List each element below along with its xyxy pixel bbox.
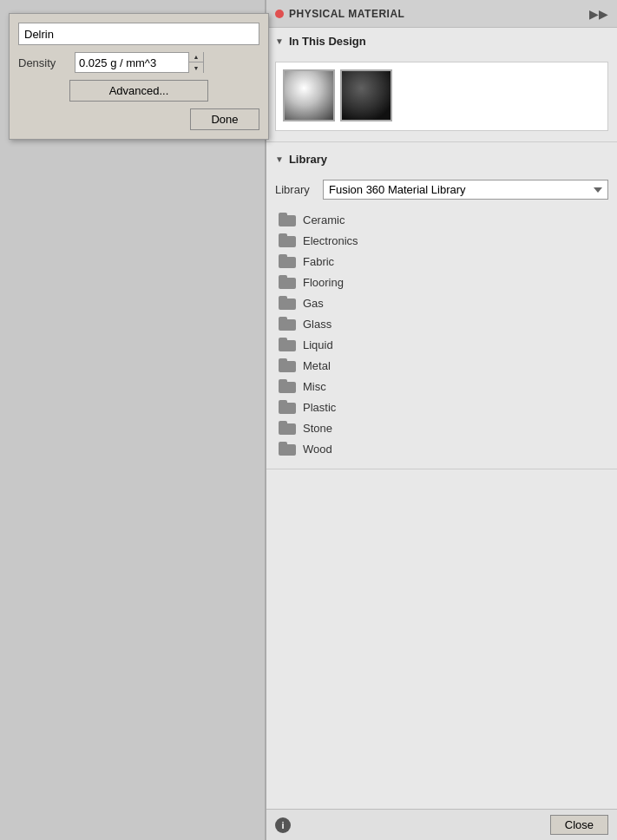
folder-plastic-label: Plastic <box>303 401 336 414</box>
panel-header-left: PHYSICAL MATERIAL <box>275 8 404 20</box>
density-spinners: ▲ ▼ <box>188 52 203 73</box>
folder-stone-icon <box>279 421 296 435</box>
in-this-design-section: ▼ In This Design <box>266 28 617 142</box>
folder-glass-label: Glass <box>303 318 331 331</box>
thumb-dark-visual <box>342 71 391 120</box>
library-section: ▼ Library Library Fusion 360 Material Li… <box>266 146 617 469</box>
library-select[interactable]: Fusion 360 Material Library <box>323 180 608 200</box>
material-thumbnail-2[interactable] <box>340 69 392 121</box>
folder-electronics-label: Electronics <box>303 234 358 247</box>
folder-liquid[interactable]: Liquid <box>275 335 608 354</box>
in-this-design-collapse-icon: ▼ <box>275 36 284 46</box>
thumb-silver-visual <box>285 71 333 120</box>
close-button[interactable]: Close <box>550 815 608 835</box>
folder-wood-icon <box>279 442 296 456</box>
panel-title: PHYSICAL MATERIAL <box>289 8 404 20</box>
in-design-content <box>266 55 617 141</box>
folder-misc-icon <box>279 379 296 393</box>
folder-flooring-icon <box>279 275 296 289</box>
library-collapse-icon: ▼ <box>275 154 284 164</box>
header-dot-icon <box>275 10 284 18</box>
folder-plastic-icon <box>279 400 296 414</box>
material-thumbnail-1[interactable] <box>283 69 335 121</box>
folder-gas-icon <box>279 296 296 310</box>
library-content: Library Fusion 360 Material Library Cera… <box>266 173 617 469</box>
folder-wood-label: Wood <box>303 443 332 456</box>
folder-electronics-icon <box>279 233 296 247</box>
in-this-design-header[interactable]: ▼ In This Design <box>266 28 617 55</box>
folder-flooring[interactable]: Flooring <box>275 272 608 292</box>
folder-flooring-label: Flooring <box>303 276 344 289</box>
folder-misc[interactable]: Misc <box>275 377 608 396</box>
forward-arrows-icon[interactable]: ▶▶ <box>589 7 608 21</box>
material-name-input[interactable] <box>18 23 259 45</box>
folder-plastic[interactable]: Plastic <box>275 397 608 417</box>
folder-gas[interactable]: Gas <box>275 293 608 312</box>
folder-stone-label: Stone <box>303 422 332 435</box>
density-decrement-button[interactable]: ▼ <box>189 62 203 73</box>
folder-stone[interactable]: Stone <box>275 418 608 437</box>
folder-glass-icon <box>279 317 296 331</box>
main-container: Density ▲ ▼ Advanced... Done PHYSICAL MA… <box>0 0 617 840</box>
folder-fabric-label: Fabric <box>303 255 334 268</box>
density-row: Density ▲ ▼ <box>18 52 259 73</box>
folder-electronics[interactable]: Electronics <box>275 231 608 250</box>
density-label: Density <box>18 56 66 69</box>
folder-fabric[interactable]: Fabric <box>275 252 608 271</box>
density-input-wrapper: ▲ ▼ <box>75 52 204 73</box>
advanced-button[interactable]: Advanced... <box>69 80 208 102</box>
library-section-title: Library <box>289 153 327 166</box>
folder-ceramic-icon <box>279 213 296 226</box>
folder-glass[interactable]: Glass <box>275 314 608 333</box>
folder-list: Ceramic Electronics Fabric Flooring <box>275 210 608 458</box>
folder-wood[interactable]: Wood <box>275 439 608 458</box>
library-row: Library Fusion 360 Material Library <box>275 180 608 200</box>
physical-material-panel: PHYSICAL MATERIAL ▶▶ ▼ In This Design <box>265 0 617 840</box>
folder-liquid-label: Liquid <box>303 338 333 351</box>
folder-ceramic[interactable]: Ceramic <box>275 210 608 229</box>
panel-footer: i Close <box>266 809 617 840</box>
library-section-header[interactable]: ▼ Library <box>266 146 617 173</box>
folder-liquid-icon <box>279 338 296 351</box>
density-increment-button[interactable]: ▲ <box>189 52 203 62</box>
info-icon[interactable]: i <box>275 817 291 833</box>
folder-ceramic-label: Ceramic <box>303 213 345 226</box>
folder-metal-icon <box>279 358 296 372</box>
folder-fabric-icon <box>279 254 296 268</box>
in-this-design-title: In This Design <box>289 35 366 48</box>
folder-misc-label: Misc <box>303 380 326 393</box>
folder-metal[interactable]: Metal <box>275 356 608 375</box>
library-label: Library <box>275 183 314 196</box>
done-button[interactable]: Done <box>190 108 259 130</box>
folder-metal-label: Metal <box>303 359 331 372</box>
material-thumbnails-area <box>275 62 608 131</box>
panel-header: PHYSICAL MATERIAL ▶▶ <box>266 0 617 28</box>
folder-gas-label: Gas <box>303 297 324 310</box>
panel-content: ▼ In This Design ▼ <box>266 28 617 809</box>
density-input[interactable] <box>75 55 188 71</box>
material-editor-dialog: Density ▲ ▼ Advanced... Done <box>9 13 269 140</box>
